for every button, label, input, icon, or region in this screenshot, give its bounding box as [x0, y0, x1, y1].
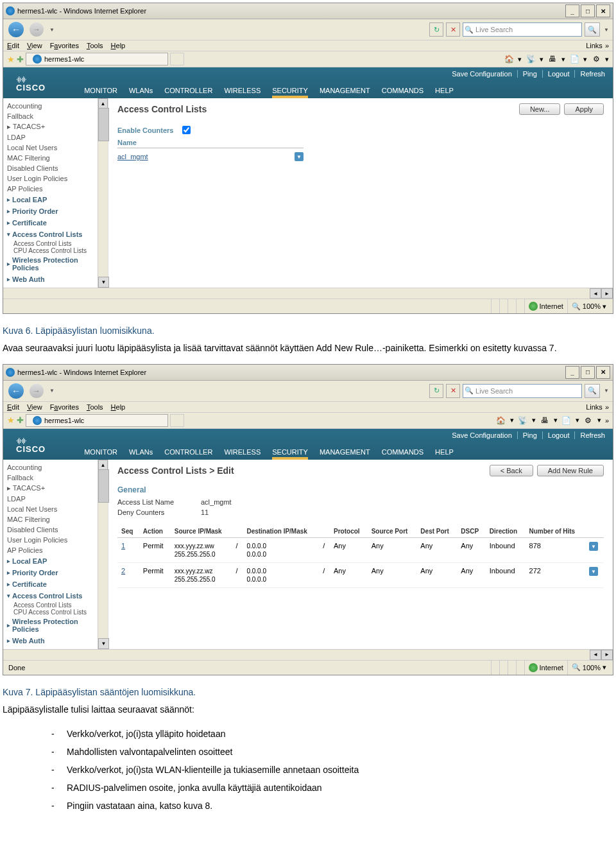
forward-button[interactable]: → — [28, 383, 46, 399]
side-localeap[interactable]: Local EAP — [7, 555, 107, 567]
back-button[interactable]: ← — [7, 21, 25, 38]
side-fallback[interactable]: Fallback — [7, 111, 107, 121]
side-userlogin[interactable]: User Login Policies — [7, 173, 107, 184]
side-localeap[interactable]: Local EAP — [7, 194, 107, 205]
nav-management[interactable]: MANAGEMENT — [320, 448, 370, 456]
link-ping[interactable]: Ping — [517, 431, 537, 439]
stop-icon[interactable]: ✕ — [446, 384, 460, 398]
side-mac[interactable]: MAC Filtering — [7, 153, 107, 163]
menu-view[interactable]: View — [27, 403, 42, 411]
minimize-button[interactable]: _ — [565, 366, 579, 379]
search-options-dropdown-icon[interactable]: ▼ — [604, 27, 609, 33]
sidebar-scrollbar[interactable]: ▲ ▼ — [98, 460, 108, 649]
side-tacacs[interactable]: ▸ TACACS+ — [7, 483, 107, 494]
nav-wireless[interactable]: WIRELESS — [224, 448, 261, 456]
hscroll-right-icon[interactable]: ► — [601, 288, 613, 299]
nav-help[interactable]: HELP — [435, 87, 454, 94]
side-priority[interactable]: Priority Order — [7, 567, 107, 578]
side-acl[interactable]: Access Control Lists — [7, 229, 107, 240]
hscroll-left-icon[interactable]: ◄ — [590, 650, 601, 660]
nav-wlans[interactable]: WLANs — [129, 87, 153, 94]
search-options-dropdown-icon[interactable]: ▼ — [604, 388, 609, 394]
nav-wireless[interactable]: WIRELESS — [224, 87, 261, 94]
nav-help[interactable]: HELP — [435, 448, 454, 456]
maximize-button[interactable]: □ — [581, 366, 595, 379]
menu-edit[interactable]: Edit — [7, 42, 19, 49]
new-button[interactable]: New... — [519, 103, 561, 115]
tools-icon[interactable]: ⚙ — [583, 415, 594, 426]
apply-button[interactable]: Apply — [564, 103, 604, 115]
scroll-down-icon[interactable]: ▼ — [98, 638, 109, 649]
home-icon[interactable]: 🏠 — [504, 54, 514, 64]
menu-edit[interactable]: Edit — [7, 403, 19, 411]
print-icon[interactable]: 🖶 — [547, 54, 558, 64]
menu-help[interactable]: Help — [111, 42, 126, 49]
side-acl-sub1[interactable]: Access Control Lists — [7, 240, 107, 247]
nav-security[interactable]: SECURITY — [272, 87, 308, 98]
side-mac[interactable]: MAC Filtering — [7, 514, 107, 525]
status-zoom[interactable]: 🔍 100% ▾ — [567, 299, 610, 313]
links-label[interactable]: Links — [586, 403, 603, 411]
menu-tools[interactable]: Tools — [87, 42, 103, 49]
side-ldap[interactable]: LDAP — [7, 494, 107, 504]
search-input[interactable]: 🔍 Live Search — [463, 384, 582, 398]
side-priority[interactable]: Priority Order — [7, 205, 107, 217]
refresh-icon[interactable]: ↻ — [429, 384, 443, 398]
page-icon[interactable]: 📄 — [569, 54, 579, 64]
side-webauth[interactable]: Web Auth — [7, 635, 107, 646]
menu-view[interactable]: View — [27, 42, 42, 49]
side-fallback[interactable]: Fallback — [7, 473, 107, 483]
stop-icon[interactable]: ✕ — [446, 22, 460, 37]
side-webauth[interactable]: Web Auth — [7, 273, 107, 285]
nav-controller[interactable]: CONTROLLER — [164, 87, 212, 94]
favorites-star-icon[interactable]: ★ — [7, 55, 15, 64]
nav-monitor[interactable]: MONITOR — [84, 87, 117, 94]
rule-seq-link[interactable]: 1 — [121, 542, 125, 550]
links-expand-icon[interactable]: » — [605, 403, 609, 411]
acl-link[interactable]: acl_mgmt — [117, 153, 148, 161]
scroll-thumb[interactable] — [98, 108, 109, 141]
link-logout[interactable]: Logout — [542, 431, 570, 439]
side-disabled[interactable]: Disabled Clients — [7, 525, 107, 535]
enable-counters-checkbox[interactable] — [182, 126, 191, 134]
side-acl-sub2[interactable]: CPU Access Control Lists — [7, 247, 107, 254]
link-ping[interactable]: Ping — [517, 70, 537, 78]
side-localnet[interactable]: Local Net Users — [7, 143, 107, 153]
side-acl-sub2[interactable]: CPU Access Control Lists — [7, 609, 107, 616]
side-appolicies[interactable]: AP Policies — [7, 545, 107, 555]
hscrollbar-2[interactable]: ◄ ► — [3, 649, 613, 660]
menu-favorites[interactable]: Favorites — [50, 42, 79, 49]
search-go-button[interactable]: 🔍 — [585, 22, 600, 37]
link-refresh[interactable]: Refresh — [574, 70, 605, 78]
link-save-config[interactable]: Save Configuration — [452, 431, 512, 439]
add-favorite-icon[interactable]: ✚ — [17, 415, 24, 425]
nav-wlans[interactable]: WLANs — [129, 448, 153, 456]
close-button[interactable]: ✕ — [596, 4, 610, 17]
maximize-button[interactable]: □ — [581, 4, 595, 17]
side-wireless-prot[interactable]: Wireless Protection Policies — [7, 254, 107, 273]
side-cert[interactable]: Certificate — [7, 217, 107, 229]
nav-management[interactable]: MANAGEMENT — [320, 87, 370, 94]
rule-dropdown-icon[interactable]: ▼ — [589, 542, 598, 551]
links-expand-icon[interactable]: » — [605, 42, 609, 49]
menu-help[interactable]: Help — [111, 403, 126, 411]
side-userlogin[interactable]: User Login Policies — [7, 535, 107, 545]
scroll-thumb[interactable] — [98, 469, 109, 503]
side-acl-sub1[interactable]: Access Control Lists — [7, 602, 107, 609]
side-acl[interactable]: Access Control Lists — [7, 590, 107, 602]
acl-dropdown-icon[interactable]: ▼ — [295, 152, 304, 161]
side-accounting[interactable]: Accounting — [7, 101, 107, 111]
tools-icon[interactable]: ⚙ — [591, 54, 601, 64]
nav-commands[interactable]: COMMANDS — [382, 87, 424, 94]
side-disabled[interactable]: Disabled Clients — [7, 163, 107, 173]
rule-dropdown-icon[interactable]: ▼ — [589, 567, 598, 576]
side-cert[interactable]: Certificate — [7, 578, 107, 590]
links-label[interactable]: Links — [586, 42, 603, 49]
nav-commands[interactable]: COMMANDS — [382, 448, 424, 456]
side-ldap[interactable]: LDAP — [7, 132, 107, 143]
add-new-rule-button[interactable]: Add New Rule — [537, 465, 604, 476]
side-wireless-prot[interactable]: Wireless Protection Policies — [7, 616, 107, 635]
side-localnet[interactable]: Local Net Users — [7, 504, 107, 514]
back-button[interactable]: ← — [7, 383, 25, 399]
search-input[interactable]: 🔍 Live Search — [463, 22, 582, 37]
